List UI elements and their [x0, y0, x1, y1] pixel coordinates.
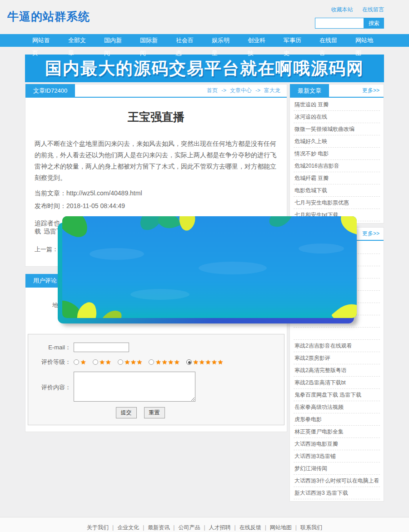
nav-item-3[interactable]: 国际新闻 [133, 34, 169, 60]
reset-button[interactable]: 重置 [144, 407, 165, 418]
sidebar-article-link[interactable]: 七月与安生电影票优惠 [294, 199, 379, 206]
cloud-shape [199, 262, 267, 274]
sidebar-article-link[interactable]: 寒战2高清完整版粤语 [294, 367, 379, 373]
sidebar-article-link[interactable]: 大话西游3什么时候可以在电脑上看 [294, 477, 379, 484]
footer-link-0[interactable]: 关于我们 [87, 524, 109, 531]
breadcrumb-link-1[interactable]: 文章中心 [230, 87, 252, 94]
leaf-icon [98, 306, 124, 318]
sidebar-article-link[interactable]: 寒战2票房影评 [294, 355, 379, 361]
radio-button[interactable] [186, 359, 192, 365]
footer-separator: | [295, 524, 297, 531]
comment-textarea[interactable] [74, 372, 195, 402]
main-nav: 网站首页全部文章国内新闻国际新闻社会百态娱乐明星创业科技军事历史在线留言网站地图 [0, 34, 409, 47]
radio-button[interactable] [118, 359, 123, 365]
list-item: 虎形拳电影 [294, 413, 380, 426]
top-link-guestbook[interactable]: 在线留言 [362, 6, 384, 13]
banner-ad[interactable]: 国内最大的源码交易平台就在啊哦源码网 [25, 55, 384, 82]
breadcrumb-link-2[interactable]: 富大龙 [264, 87, 280, 94]
comment-form: E-mail： 评价等级： ★★★★★★★★★★★★★★★ 评价内容： [28, 334, 284, 425]
radio-button[interactable] [149, 359, 154, 365]
rating-option-2[interactable]: ★★ [93, 358, 112, 366]
nav-item-5[interactable]: 娱乐明星 [204, 34, 240, 60]
nav-item-8[interactable]: 在线留言 [312, 34, 348, 60]
sidebar-article-link[interactable]: 电影危城下载 [294, 187, 379, 194]
sidebar-article-link[interactable]: 鬼拳百度网盘下载 迅雷下载 [294, 392, 379, 398]
search-input[interactable] [315, 18, 364, 29]
sidebar-article-link[interactable]: 大话西游3迅雷铺 [294, 453, 379, 459]
rating-options: ★★★★★★★★★★★★★★★ [74, 357, 229, 367]
footer-link-5[interactable]: 在线反馈 [239, 524, 261, 531]
sidebar-article-link[interactable]: 冰河追凶在线 [294, 114, 379, 120]
list-item: 寒战2高清完整版粤语 [294, 364, 380, 377]
popup-ad[interactable] [62, 216, 357, 318]
list-item: 危城歼霸 豆瓣 [294, 172, 380, 184]
article-box-title: 文章ID72400 [25, 84, 75, 97]
sidebar-article-link[interactable]: 岳家拳高级功法视频 [294, 404, 379, 410]
nav-item-1[interactable]: 全部文章 [61, 34, 97, 60]
footer-links: 关于我们|企业文化|最新资讯|公司产品|人才招聘|在线反馈|网站地图|联系我们 [0, 524, 409, 532]
footer-link-4[interactable]: 人才招聘 [209, 524, 231, 531]
sidebar-article-link[interactable]: 危城歼霸 豆瓣 [294, 175, 379, 181]
breadcrumb-separator: -> [221, 87, 226, 94]
sidebar-article-link[interactable]: 寒战2迅雷高清下载bt [294, 379, 379, 386]
rating-option-4[interactable]: ★★★★ [149, 358, 180, 366]
list-item: 微微一笑很倾城歌曲改编 [294, 123, 380, 135]
list-item: 新大话西游3 迅雷下载 [294, 487, 380, 499]
radio-button[interactable] [74, 359, 79, 365]
email-field[interactable] [74, 343, 129, 352]
nav-item-2[interactable]: 国内新闻 [97, 34, 133, 60]
sidebar-article-link[interactable]: 林正英僵尸电影全集 [294, 428, 379, 435]
footer-separator: | [112, 524, 114, 531]
sidebar-article-link[interactable]: 情况不妙 电影 [294, 150, 379, 157]
nav-item-7[interactable]: 军事历史 [276, 34, 312, 60]
sidebar-article-link[interactable]: 危城2016吉吉影音 [294, 163, 379, 169]
footer-link-7[interactable]: 联系我们 [300, 524, 322, 531]
page-header: 牛逼的站群系统 收藏本站 在线留言 搜索 [0, 0, 409, 34]
rating-option-3[interactable]: ★★★ [118, 358, 143, 366]
sidebar-article-link[interactable]: 微微一笑很倾城歌曲改编 [294, 126, 379, 132]
list-item: 大话西游3迅雷铺 [294, 450, 380, 462]
search-button[interactable]: 搜索 [364, 18, 384, 29]
footer-separator: | [143, 524, 144, 531]
top-link-favorite[interactable]: 收藏本站 [331, 6, 353, 13]
list-item: 寒战2迅雷高清下载bt [294, 377, 380, 389]
footer-link-3[interactable]: 公司产品 [178, 524, 200, 531]
footer-separator: | [173, 524, 175, 531]
sidebar-article-link[interactable]: 隔世追凶 豆瓣 [294, 101, 379, 108]
sidebar-article-link[interactable]: 寒战2吉吉影音在线观看 [294, 343, 379, 349]
radio-button[interactable] [93, 359, 98, 365]
star-icon: ★★★ [125, 358, 143, 366]
comment-content-label: 评价内容： [28, 372, 74, 402]
sidebar-article-link[interactable]: 梦幻江湖传闻 [294, 465, 379, 472]
list-item: 情况不妙 电影 [294, 148, 380, 160]
footer-link-1[interactable]: 企业文化 [117, 524, 139, 531]
list-item [294, 328, 380, 340]
list-item: 梦幻江湖传闻 [294, 462, 380, 475]
breadcrumb-link-0[interactable]: 首页 [207, 87, 218, 94]
top-links: 收藏本站 在线留言 [324, 5, 384, 14]
article-title: 王宝强直播 [35, 109, 278, 124]
sidebar-article-link[interactable]: 新大话西游3 迅雷下载 [294, 490, 379, 496]
list-item: 隔世追凶 豆瓣 [294, 99, 380, 111]
list-item: 岳家拳高级功法视频 [294, 401, 380, 413]
rating-option-1[interactable]: ★ [74, 358, 87, 366]
sidebar-article-link[interactable]: 大话西游电影豆瓣 [294, 441, 379, 447]
hot-more-link[interactable]: 更多>> [362, 230, 384, 238]
sidebar-article-link[interactable]: 危城好久上映 [294, 138, 379, 144]
latest-more-link[interactable]: 更多>> [362, 87, 384, 94]
page-footer: 关于我们|企业文化|最新资讯|公司产品|人才招聘|在线反馈|网站地图|联系我们 … [0, 517, 409, 532]
cloud-shape [90, 248, 144, 260]
star-icon: ★★★★★ [193, 358, 224, 366]
nav-item-9[interactable]: 网站地图 [348, 34, 384, 60]
nav-item-4[interactable]: 社会百态 [169, 34, 204, 60]
footer-link-2[interactable]: 最新资讯 [148, 524, 170, 531]
sidebar-article-link[interactable]: 虎形拳电影 [294, 416, 379, 423]
list-item: 危城2016吉吉影音 [294, 160, 380, 172]
footer-link-6[interactable]: 网站地图 [270, 524, 292, 531]
nav-item-6[interactable]: 创业科技 [240, 34, 276, 60]
submit-button[interactable]: 提交 [116, 407, 137, 418]
nav-item-0[interactable]: 网站首页 [25, 34, 61, 60]
rating-option-5[interactable]: ★★★★★ [186, 358, 224, 366]
star-icon: ★ [80, 358, 87, 366]
footer-separator: | [234, 524, 236, 531]
